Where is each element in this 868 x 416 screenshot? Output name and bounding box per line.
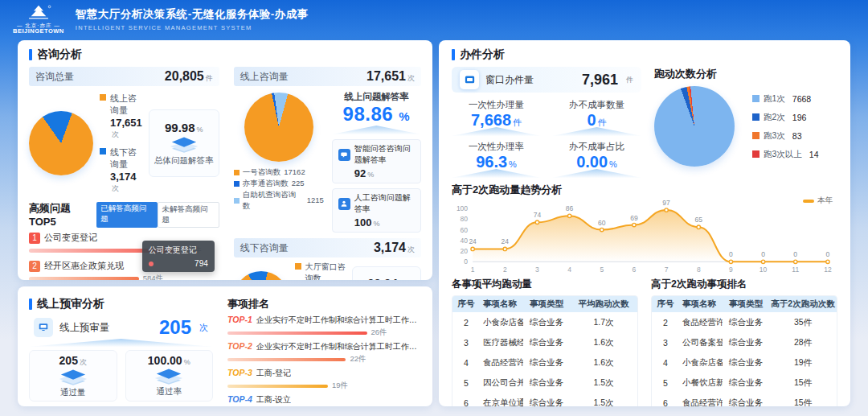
- table-row[interactable]: 6食品经营许可延续综合业务15件: [652, 393, 837, 406]
- svg-text:0: 0: [793, 250, 797, 258]
- online-consult-header: 线上咨询量 17,651次: [234, 67, 421, 86]
- stat-fail-count: 办不成事数量 0件: [552, 99, 641, 136]
- svg-text:100: 100: [457, 204, 468, 212]
- legend-item[interactable]: 一号咨询数17162: [234, 167, 324, 178]
- svg-text:86: 86: [566, 204, 574, 212]
- svg-text:3: 3: [535, 266, 539, 274]
- legend-item[interactable]: 跑1次7668: [752, 93, 819, 105]
- online-answer-rate: 线上问题解答率 98.86 %: [332, 91, 421, 134]
- answered-questions-button[interactable]: 已解答高频问题: [96, 202, 157, 228]
- table-row[interactable]: 5因公司合并（分...综合业务1.5次: [452, 373, 637, 393]
- rank-bar[interactable]: [227, 358, 346, 361]
- hover-tooltip: 公司变更登记 794: [142, 241, 215, 272]
- rank-bar[interactable]: [227, 332, 367, 335]
- table-row[interactable]: 5小餐饮店新办综合业务15件: [652, 373, 837, 393]
- legend-line-chip: [803, 200, 814, 203]
- smart-qa-rate-card: 智能问答咨询问题解答率 92%: [332, 139, 421, 183]
- rank-badge: 2: [29, 261, 40, 272]
- beijing-etown-logo: — 北京·亦庄 — BEIJINGETOWN: [13, 4, 64, 35]
- svg-text:24: 24: [469, 237, 477, 245]
- preaudit-volume-label: 线上预审量: [59, 321, 153, 335]
- legend-item[interactable]: 亦事通咨询数225: [234, 178, 324, 189]
- tooltip-title: 公司变更登记: [149, 245, 208, 256]
- consult-total-header: 咨询总量 20,805件: [29, 67, 219, 86]
- svg-text:8: 8: [697, 266, 701, 274]
- svg-text:60: 60: [598, 219, 606, 227]
- panel-title-preaudit: 线上预审分析: [37, 297, 104, 311]
- app-header: — 北京·亦庄 — BEIJINGETOWN 智慧大厅分析决策系统-无缝化服务体…: [0, 0, 868, 39]
- stat-once-rate: 一次性办理率 96.3%: [452, 141, 541, 178]
- window-icon: [460, 70, 479, 89]
- svg-text:5: 5: [600, 266, 604, 274]
- svg-text:80: 80: [461, 215, 469, 223]
- svg-text:2: 2: [503, 266, 507, 274]
- legend-item[interactable]: 大厅窗口咨询数2,809次: [295, 262, 346, 280]
- top5-questions-section: 高频问题TOP5 已解答高频问题 未解答高频问题 1公司变更登记 794件 2经…: [29, 201, 219, 280]
- legend-item-offline[interactable]: 线下咨询量 3,174次: [100, 146, 142, 194]
- table-row[interactable]: 3公司备案登记综合业务28件: [652, 332, 837, 352]
- table-row[interactable]: 6在京单位通勤班...综合业务1.5次: [452, 393, 637, 406]
- pass-rate-card: 100.00% 通过率: [125, 350, 214, 402]
- rank-badge: 1: [29, 233, 40, 244]
- consult-total-pie-chart[interactable]: [29, 111, 93, 175]
- preaudit-volume-value: 205: [159, 316, 191, 339]
- offline-consult-pie-chart[interactable]: [234, 271, 289, 280]
- window-volume-card: 窗口办件量 7,961 件: [452, 67, 641, 93]
- avg-run-table-title: 各事项平均跑动量: [452, 278, 638, 291]
- top5-bar[interactable]: [29, 277, 139, 280]
- rank-item[interactable]: TOP-3工商-登记 19件: [227, 368, 421, 391]
- app-title: 智慧大厅分析决策系统-无缝化服务体验-办成事: [76, 7, 309, 22]
- rank-bar[interactable]: [227, 385, 328, 388]
- svg-text:69: 69: [630, 214, 638, 222]
- stat-fail-rate: 办不成事占比 0.00%: [552, 141, 641, 178]
- pagoda-logo-icon: [25, 4, 52, 22]
- svg-text:0: 0: [464, 257, 468, 266]
- consultation-analysis-panel: 咨询分析 咨询总量 20,805件 线上咨询量 17,651次 线下咨: [18, 40, 432, 280]
- svg-text:11: 11: [792, 266, 799, 274]
- rank-item[interactable]: TOP-4工商-设立 11件: [227, 394, 421, 406]
- legend-item-online[interactable]: 线上咨询量 17,651次: [100, 93, 142, 140]
- robot-chat-icon: [338, 149, 350, 161]
- legend-item[interactable]: 跑3次以上14: [752, 149, 819, 160]
- table-row[interactable]: 2小食杂店备案新办综合业务1.7次: [452, 312, 637, 332]
- layered-diamond-icon: [56, 369, 90, 386]
- avg-run-table: 序号事项名称事项类型平均跑动次数2小食杂店备案新办综合业务1.7次3医疗器械经营…: [452, 295, 638, 406]
- table-row[interactable]: 4食品经营许可延续综合业务1.6次: [452, 352, 637, 373]
- preaudit-panel: 线上预审分析 线上预审量 205 次 205次 通过量 100.00%: [18, 286, 432, 406]
- svg-text:60: 60: [461, 226, 469, 234]
- svg-text:74: 74: [534, 211, 542, 219]
- rank-item[interactable]: TOP-1企业实行不定时工作制和综合计算工时工作制-新办 26件: [227, 315, 421, 338]
- legend-swatch: [100, 94, 106, 101]
- svg-text:0: 0: [826, 250, 830, 258]
- legend-item[interactable]: 跑2次196: [752, 112, 819, 123]
- over2-run-table-title: 高于2次跑动事项排名: [651, 278, 837, 291]
- overall-rate-value: 99.98: [165, 121, 195, 134]
- tooltip-series-dot: [149, 262, 154, 266]
- svg-text:0: 0: [729, 250, 733, 258]
- svg-text:10: 10: [760, 266, 768, 274]
- tooltip-value: 794: [194, 259, 208, 268]
- diamond-icon-slot: [56, 369, 90, 386]
- manual-rate-card: 人工咨询问题解答率 100%: [332, 188, 421, 233]
- legend-item[interactable]: 自助机查询咨询数1215: [234, 189, 324, 212]
- table-row[interactable]: 3医疗器械经营许...综合业务1.6次: [452, 332, 637, 352]
- rank-item[interactable]: TOP-2企业实行不定时工作制和综合计算工时工作制-延续 22件: [227, 341, 421, 365]
- svg-text:20: 20: [461, 247, 469, 255]
- svg-text:24: 24: [502, 237, 510, 245]
- chart-legend[interactable]: 本年: [803, 196, 833, 206]
- table-row[interactable]: 4小食杂店备案新办综合业务19件: [652, 352, 837, 373]
- online-consult-pie-chart[interactable]: [244, 93, 313, 162]
- legend-item[interactable]: 跑3次83: [752, 130, 819, 142]
- svg-text:7: 7: [665, 266, 669, 274]
- svg-text:4: 4: [567, 266, 571, 274]
- over2-run-table: 序号事项名称事项类型高于2次跑动次数2食品经营许可新办综合业务35件3公司备案登…: [651, 295, 837, 406]
- unanswered-questions-button[interactable]: 未解答高频问题: [158, 202, 219, 228]
- table-row[interactable]: 2食品经营许可新办综合业务35件: [652, 312, 837, 332]
- svg-text:0: 0: [761, 250, 765, 258]
- svg-text:97: 97: [662, 199, 670, 207]
- trend-line-chart-container[interactable]: 0204060801001234567891011122424748660699…: [452, 197, 837, 274]
- panel-title-consult: 咨询分析: [37, 47, 82, 62]
- app-subtitle: INTELLIGENT SERVICE MANAGEMENT SYSTEM: [76, 24, 309, 31]
- over2-run-table-section: 高于2次跑动事项排名 序号事项名称事项类型高于2次跑动次数2食品经营许可新办综合…: [651, 278, 837, 406]
- run-count-pie-chart[interactable]: [654, 86, 735, 167]
